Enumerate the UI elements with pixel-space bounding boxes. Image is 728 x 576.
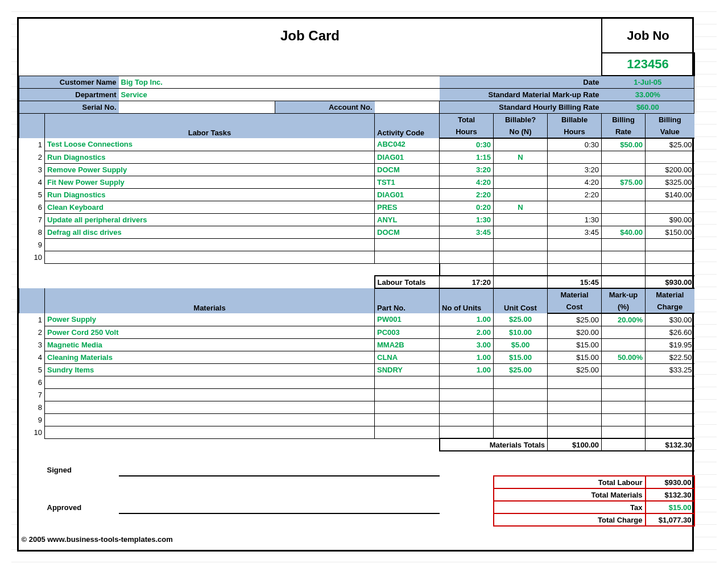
no-units[interactable] [440,388,494,401]
billing-rate[interactable]: $50.00 [602,138,646,151]
billable-no[interactable] [494,188,548,201]
markup-pct[interactable] [602,376,646,388]
labor-task[interactable]: Clean Keyboard [45,201,375,213]
customer-name-value[interactable]: Big Top Inc. [119,76,440,88]
std-hourly-value[interactable]: $60.00 [602,101,694,113]
billable-no[interactable] [494,226,548,238]
markup-pct[interactable] [602,413,646,426]
activity-code[interactable]: PRES [375,201,440,213]
activity-code[interactable]: ANYL [375,213,440,226]
billing-rate[interactable] [602,163,646,176]
unit-cost[interactable]: $10.00 [494,326,548,338]
billable-no[interactable] [494,238,548,251]
material-name[interactable] [45,388,375,401]
total-hours[interactable]: 0:20 [440,201,494,213]
signed-field[interactable] [119,463,440,476]
part-no[interactable] [375,388,440,401]
no-units[interactable]: 2.00 [440,326,494,338]
billing-rate[interactable]: $40.00 [602,226,646,238]
labor-task[interactable]: Update all peripheral drivers [45,213,375,226]
no-units[interactable]: 3.00 [440,338,494,351]
markup-pct[interactable]: 50.00% [602,351,646,363]
unit-cost[interactable] [494,401,548,413]
no-units[interactable]: 1.00 [440,313,494,326]
unit-cost[interactable] [494,388,548,401]
approved-field[interactable] [119,501,440,513]
billing-rate[interactable] [602,251,646,263]
labor-task[interactable]: Fit New Power Supply [45,176,375,188]
activity-code[interactable] [375,251,440,263]
total-hours[interactable] [440,251,494,263]
jobno-value[interactable]: 123456 [602,53,694,76]
no-units[interactable] [440,426,494,438]
part-no[interactable] [375,376,440,388]
total-hours[interactable]: 4:20 [440,176,494,188]
no-units[interactable] [440,376,494,388]
department-value[interactable]: Service [119,88,440,101]
markup-pct[interactable] [602,363,646,376]
labor-task[interactable]: Run Diagnostics [45,151,375,163]
part-no[interactable]: PC003 [375,326,440,338]
labor-task[interactable]: Run Diagnostics [45,188,375,201]
material-name[interactable] [45,426,375,438]
billing-rate[interactable]: $75.00 [602,176,646,188]
labor-task[interactable] [45,251,375,263]
billable-no[interactable] [494,138,548,151]
billable-no[interactable]: N [494,151,548,163]
activity-code[interactable]: DIAG01 [375,151,440,163]
unit-cost[interactable] [494,413,548,426]
markup-pct[interactable]: 20.00% [602,313,646,326]
labor-task[interactable] [45,238,375,251]
material-name[interactable] [45,413,375,426]
unit-cost[interactable]: $25.00 [494,313,548,326]
billing-rate[interactable] [602,188,646,201]
std-markup-value[interactable]: 33.00% [602,88,694,101]
markup-pct[interactable] [602,388,646,401]
unit-cost[interactable]: $5.00 [494,338,548,351]
labor-task[interactable]: Test Loose Connections [45,138,375,151]
account-no-value[interactable] [375,101,440,113]
serial-no-value[interactable] [119,101,275,113]
markup-pct[interactable] [602,326,646,338]
no-units[interactable] [440,401,494,413]
part-no[interactable]: SNDRY [375,363,440,376]
material-name[interactable]: Cleaning Materials [45,351,375,363]
no-units[interactable] [440,413,494,426]
part-no[interactable] [375,401,440,413]
activity-code[interactable]: ABC042 [375,138,440,151]
unit-cost[interactable] [494,376,548,388]
billable-no[interactable] [494,176,548,188]
total-hours[interactable]: 3:45 [440,226,494,238]
total-hours[interactable]: 0:30 [440,138,494,151]
total-hours[interactable]: 1:15 [440,151,494,163]
part-no[interactable]: CLNA [375,351,440,363]
no-units[interactable]: 1.00 [440,363,494,376]
total-hours[interactable]: 2:20 [440,188,494,201]
part-no[interactable]: MMA2B [375,338,440,351]
billing-rate[interactable] [602,201,646,213]
activity-code[interactable]: DOCM [375,163,440,176]
date-value[interactable]: 1-Jul-05 [602,76,694,88]
labor-task[interactable]: Remove Power Supply [45,163,375,176]
material-name[interactable] [45,376,375,388]
markup-pct[interactable] [602,338,646,351]
activity-code[interactable]: DIAG01 [375,188,440,201]
activity-code[interactable]: TST1 [375,176,440,188]
unit-cost[interactable]: $25.00 [494,363,548,376]
labor-task[interactable]: Defrag all disc drives [45,226,375,238]
billable-no[interactable]: N [494,201,548,213]
billing-rate[interactable] [602,213,646,226]
unit-cost[interactable] [494,426,548,438]
total-hours[interactable] [440,238,494,251]
material-name[interactable]: Sundry Items [45,363,375,376]
billable-no[interactable] [494,251,548,263]
total-hours[interactable]: 1:30 [440,213,494,226]
billable-no[interactable] [494,213,548,226]
part-no[interactable]: PW001 [375,313,440,326]
unit-cost[interactable]: $15.00 [494,351,548,363]
billing-rate[interactable] [602,151,646,163]
markup-pct[interactable] [602,401,646,413]
part-no[interactable] [375,413,440,426]
material-name[interactable]: Power Cord 250 Volt [45,326,375,338]
activity-code[interactable]: DOCM [375,226,440,238]
